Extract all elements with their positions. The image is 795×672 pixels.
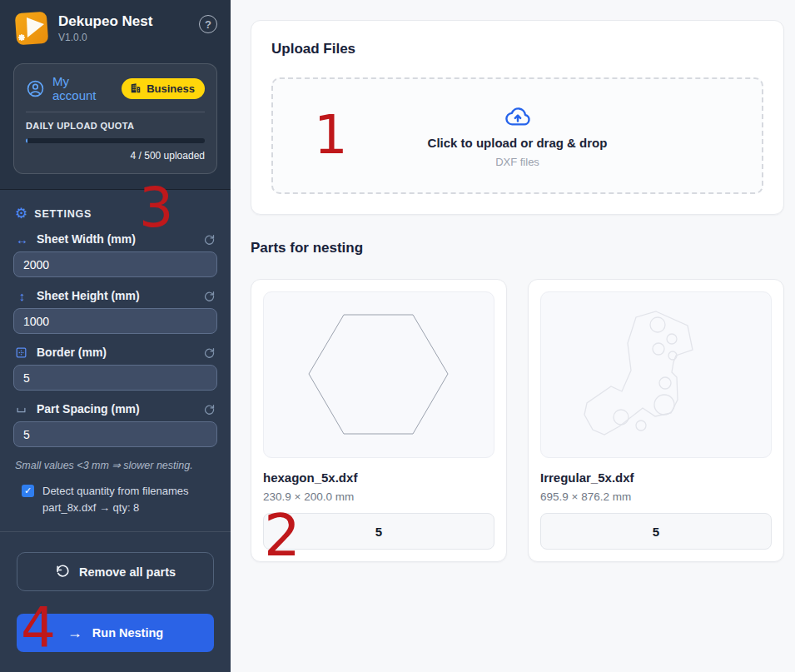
run-nesting-label: Run Nesting — [92, 626, 163, 640]
part-spacing-input[interactable] — [13, 421, 217, 447]
sidebar-actions: Remove all parts → Run Nesting — [0, 531, 231, 672]
part-dimensions: 695.9 × 876.2 mm — [540, 490, 772, 503]
settings-note: Small values <3 mm ⇒ slower nesting. — [15, 459, 216, 471]
plan-badge-label: Business — [147, 82, 195, 95]
part-quantity-input[interactable] — [263, 513, 494, 550]
building-icon — [130, 82, 142, 94]
detect-quantity-checkbox-row[interactable]: Detect quantity from filenames part_8x.d… — [22, 483, 216, 515]
arrow-vertical-icon: ↕ — [15, 290, 29, 302]
field-sheet-height: ↕ Sheet Height (mm) — [13, 289, 217, 334]
gear-icon: ⚙ — [15, 207, 27, 221]
field-label: Part Spacing (mm) — [37, 402, 140, 416]
part-preview-shape-irregular — [541, 291, 771, 458]
arrow-right-icon: → — [67, 625, 82, 640]
account-label: My account — [52, 74, 114, 102]
upload-dropzone[interactable]: Click to upload or drag & drop DXF files — [271, 77, 763, 194]
divider — [26, 112, 205, 112]
help-icon[interactable] — [199, 15, 217, 33]
app-logo-icon — [13, 10, 50, 47]
rotate-ccw-icon — [55, 564, 71, 580]
field-part-spacing: Part Spacing (mm) — [13, 402, 217, 447]
run-nesting-button[interactable]: → Run Nesting — [17, 614, 214, 652]
settings-section: ⚙ SETTINGS ↔ Sheet Width (mm) ↕ Sheet He… — [0, 190, 231, 520]
parts-for-nesting-title: Parts for nesting — [251, 240, 784, 256]
checkbox-label-line1: Detect quantity from filenames — [42, 485, 189, 497]
remove-all-parts-label: Remove all parts — [79, 565, 176, 579]
reset-icon[interactable] — [203, 233, 216, 246]
cloud-upload-icon — [504, 103, 531, 130]
reset-icon[interactable] — [203, 403, 216, 416]
upload-cta-text: Click to upload or drag & drop — [428, 136, 608, 150]
spacing-icon — [15, 403, 29, 416]
main-content: Upload Files Click to upload or drag & d… — [231, 0, 795, 672]
part-dimensions: 230.9 × 200.0 mm — [263, 490, 494, 503]
upload-files-title: Upload Files — [271, 41, 763, 57]
field-border: Border (mm) — [13, 346, 217, 391]
settings-title: SETTINGS — [34, 208, 92, 220]
sheet-width-input[interactable] — [13, 251, 217, 277]
settings-header: ⚙ SETTINGS — [15, 207, 217, 221]
app-title: Dekupeo Nest — [58, 13, 152, 30]
part-preview-shape-hexagon — [265, 291, 493, 458]
quota-progress-bar — [26, 138, 205, 143]
sidebar: Dekupeo Nest V1.0.0 My account — [0, 0, 231, 672]
field-label: Sheet Height (mm) — [37, 289, 140, 302]
reset-icon[interactable] — [203, 290, 216, 302]
quota-text: 4 / 500 uploaded — [26, 150, 205, 162]
part-preview — [540, 291, 772, 458]
app-version: V1.0.0 — [58, 32, 152, 43]
part-filename: hexagon_5x.dxf — [263, 470, 494, 485]
upload-hint-text: DXF files — [495, 156, 539, 168]
quota-progress-fill — [26, 138, 27, 143]
part-card-irregular: Irregular_5x.dxf 695.9 × 876.2 mm — [528, 279, 784, 562]
part-card-hexagon: hexagon_5x.dxf 230.9 × 200.0 mm — [251, 279, 507, 562]
field-label: Border (mm) — [37, 346, 107, 359]
border-icon — [15, 346, 29, 359]
remove-all-parts-button[interactable]: Remove all parts — [17, 552, 214, 591]
checkbox-checked-icon[interactable] — [22, 485, 34, 497]
part-preview — [263, 291, 494, 458]
border-input[interactable] — [13, 365, 217, 391]
field-label: Sheet Width (mm) — [37, 232, 136, 246]
reset-icon[interactable] — [203, 346, 216, 359]
sidebar-header-section: Dekupeo Nest V1.0.0 My account — [0, 0, 231, 190]
account-card: My account Business — [13, 63, 217, 174]
part-quantity-input[interactable] — [540, 513, 772, 550]
checkbox-label: Detect quantity from filenames part_8x.d… — [42, 483, 189, 515]
quota-label: DAILY UPLOAD QUOTA — [26, 121, 205, 131]
app-header: Dekupeo Nest V1.0.0 — [13, 10, 217, 47]
parts-grid: hexagon_5x.dxf 230.9 × 200.0 mm Ir — [251, 279, 784, 562]
checkbox-label-line2: part_8x.dxf → qty: 8 — [42, 501, 139, 514]
upload-files-card: Upload Files Click to upload or drag & d… — [251, 20, 784, 215]
plan-badge[interactable]: Business — [122, 78, 205, 99]
user-circle-icon — [26, 79, 45, 98]
app-title-block: Dekupeo Nest V1.0.0 — [58, 10, 152, 43]
field-sheet-width: ↔ Sheet Width (mm) — [13, 232, 217, 277]
arrow-horizontal-icon: ↔ — [15, 233, 29, 246]
part-filename: Irregular_5x.dxf — [540, 470, 772, 485]
account-row[interactable]: My account Business — [26, 74, 205, 102]
sheet-height-input[interactable] — [13, 308, 217, 334]
